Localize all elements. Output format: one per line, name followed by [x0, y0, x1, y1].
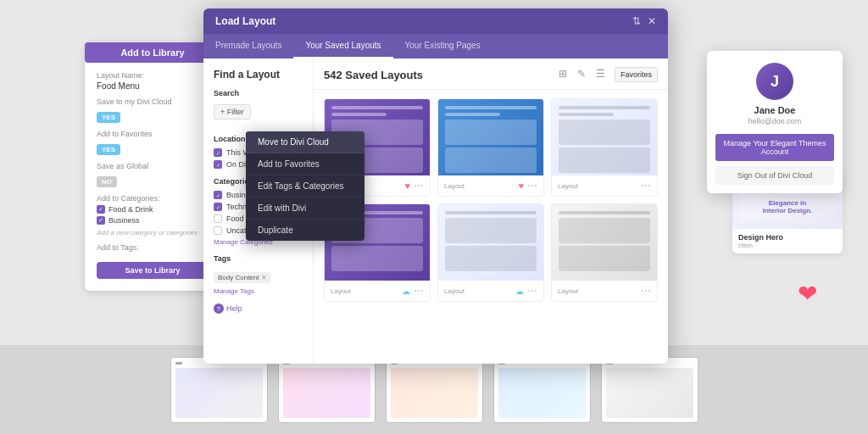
- favorites-label: Add to Favorites: [97, 130, 209, 138]
- tab-saved-layouts[interactable]: Your Saved Layouts: [293, 34, 392, 58]
- modal-header-icons: ⇅ ✕: [632, 15, 656, 27]
- dots-icon-2[interactable]: ⋯: [527, 180, 537, 192]
- layout-actions-4: ☁ ⋯: [402, 285, 424, 297]
- context-item-duplicate[interactable]: Duplicate: [246, 220, 364, 241]
- context-menu: Move to Divi Cloud Add to Favorites Edit…: [246, 131, 364, 241]
- layout-actions-1: ♥ ⋯: [404, 180, 424, 192]
- filter-button[interactable]: + Filter: [214, 104, 251, 120]
- global-label: Save as Global: [97, 162, 209, 170]
- dots-icon-4[interactable]: ⋯: [414, 285, 424, 297]
- help-link[interactable]: ? Help: [214, 303, 303, 314]
- layout-actions-3: ⋯: [641, 180, 651, 192]
- right-card-footer: Design Hero ction: [732, 229, 843, 253]
- user-avatar: J: [756, 63, 793, 100]
- layouts-grid: Layout ♥ ⋯: [314, 90, 668, 310]
- favorites-toggle[interactable]: YES: [97, 144, 120, 155]
- modal-title: Load Layout: [215, 15, 275, 27]
- bg-thumb-3[interactable]: [386, 357, 483, 423]
- tab-existing-pages[interactable]: Your Existing Pages: [393, 34, 492, 58]
- layout-footer-4: Layout ☁ ⋯: [325, 281, 430, 301]
- location-check-2: ✓: [214, 160, 222, 169]
- context-item-move-cloud[interactable]: Move to Divi Cloud: [246, 131, 364, 153]
- uncategorized-check-box: [214, 226, 222, 235]
- user-popup: J Jane Doe hello@doe.com Manage Your Ele…: [707, 51, 843, 193]
- modal-header: Load Layout ⇅ ✕: [203, 8, 668, 34]
- layout-type-6: Layout: [558, 287, 578, 295]
- sidebar-category-2: ✓ Business: [97, 216, 209, 225]
- food-check-box: [214, 214, 222, 223]
- layout-card-6[interactable]: Layout ⋯: [551, 203, 658, 302]
- user-name: Jane Doe: [707, 105, 843, 115]
- layout-thumb-3: [552, 99, 657, 175]
- signout-button[interactable]: Sign Out of Divi Cloud: [715, 166, 834, 185]
- cloud-icon-5[interactable]: ☁: [515, 287, 524, 296]
- layout-footer-6: Layout ⋯: [552, 281, 657, 301]
- layout-footer-2: Layout ♥ ⋯: [438, 175, 543, 196]
- categories-label: Add to Categories:: [97, 194, 209, 203]
- layout-card-3[interactable]: Layout ⋯: [551, 98, 658, 197]
- heart-icon-2[interactable]: ♥: [518, 181, 524, 191]
- layout-footer-5: Layout ☁ ⋯: [438, 281, 543, 301]
- bg-thumb-2[interactable]: [278, 357, 376, 423]
- technology-check-icon: ✓: [214, 203, 222, 211]
- pencil-icon[interactable]: ✎: [577, 68, 591, 81]
- dots-icon-1[interactable]: ⋯: [414, 180, 424, 192]
- save-cloud-toggle[interactable]: YES: [97, 112, 120, 123]
- manage-tags-link[interactable]: Manage Tags: [214, 287, 303, 295]
- tag-remove-icon[interactable]: ✕: [261, 274, 267, 281]
- user-email: hello@doe.com: [707, 117, 843, 125]
- tag-body-content[interactable]: Body Content ✕: [214, 272, 271, 283]
- dots-icon-5[interactable]: ⋯: [527, 285, 537, 297]
- context-item-edit-tags[interactable]: Edit Tags & Categories: [246, 175, 364, 198]
- panel-title: Add to Library: [85, 42, 220, 63]
- layout-actions-2: ♥ ⋯: [518, 180, 537, 192]
- layout-type-2: Layout: [444, 182, 465, 190]
- right-card-title: Design Hero: [738, 233, 837, 242]
- global-toggle[interactable]: NO: [97, 176, 117, 187]
- layout-actions-5: ☁ ⋯: [515, 285, 537, 297]
- layout-name-label: Layout Name:: [97, 71, 209, 80]
- layout-footer-3: Layout ⋯: [552, 175, 657, 196]
- saved-layouts-count: 542 Saved Layouts: [324, 69, 423, 81]
- add-category-placeholder: Add a new category or categories: [97, 229, 209, 236]
- category-check-icon-1: ✓: [97, 205, 105, 214]
- bg-thumb-5[interactable]: [601, 357, 698, 423]
- favorites-filter-button[interactable]: Favorites: [615, 67, 658, 82]
- location-check-1: ✓: [214, 148, 222, 157]
- context-item-add-favorites[interactable]: Add to Favorites: [246, 153, 364, 175]
- layout-type-4: Layout: [331, 287, 351, 295]
- layout-card-2[interactable]: Layout ♥ ⋯: [437, 98, 544, 197]
- bg-thumb-1[interactable]: [170, 357, 268, 423]
- manage-account-button[interactable]: Manage Your Elegant Themes Account: [715, 134, 834, 161]
- layout-name-value: Food Menu: [97, 81, 209, 91]
- dots-icon-3[interactable]: ⋯: [641, 180, 651, 192]
- bg-thumb-4[interactable]: [493, 357, 591, 423]
- dots-icon-6[interactable]: ⋯: [641, 285, 651, 297]
- sort-icon[interactable]: ⇅: [632, 15, 641, 27]
- layout-actions-6: ⋯: [641, 285, 651, 297]
- content-header-controls: ⊞ ✎ ☰ Favorites: [559, 67, 658, 82]
- search-section-title: Search: [214, 89, 303, 97]
- tags-label: Add to Tags:: [97, 243, 209, 252]
- tags-section-title: Tags: [214, 254, 303, 263]
- heart-icon-1[interactable]: ♥: [404, 181, 410, 191]
- save-to-library-button[interactable]: Save to Library: [97, 262, 209, 279]
- add-to-library-panel: Add to Library Layout Name: Food Menu Sa…: [85, 42, 220, 291]
- find-layout-title: Find a Layout: [214, 69, 303, 81]
- layout-type-5: Layout: [444, 287, 465, 295]
- close-icon[interactable]: ✕: [648, 15, 656, 27]
- right-card-sub: ction: [738, 242, 837, 249]
- cloud-icon-4[interactable]: ☁: [402, 287, 410, 296]
- list-view-icon[interactable]: ☰: [596, 68, 609, 81]
- layout-type-3: Layout: [558, 182, 578, 190]
- heart-cursor: ❤: [798, 280, 817, 308]
- layout-thumb-5: [438, 204, 543, 281]
- business-check-icon: ✓: [214, 191, 222, 199]
- context-item-edit-divi[interactable]: Edit with Divi: [246, 198, 364, 220]
- grid-view-icon[interactable]: ⊞: [559, 68, 572, 81]
- tab-premade-layouts[interactable]: Premade Layouts: [203, 34, 293, 58]
- sidebar-category-1: ✓ Food & Drink: [97, 205, 209, 214]
- help-circle-icon: ?: [214, 303, 224, 314]
- layouts-content: 542 Saved Layouts ⊞ ✎ ☰ Favorites: [314, 58, 668, 364]
- layout-card-5[interactable]: Layout ☁ ⋯: [437, 203, 544, 302]
